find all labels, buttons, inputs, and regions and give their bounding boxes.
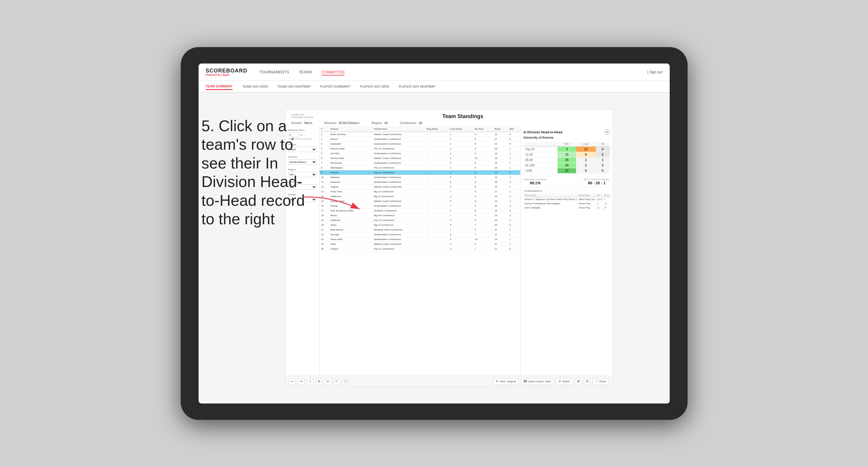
standings-table-area: # School Conference Reg Rank Conf Rank N… xyxy=(320,126,520,376)
arrow-indicator xyxy=(300,194,366,218)
table-row[interactable]: 3VanderbiltSoutheastern Conference-28235 xyxy=(320,142,520,147)
outer-wrapper: SCOREBOARD Powered by clippd TOURNAMENTS… xyxy=(0,0,868,467)
table-row[interactable]: 13Texas TechBig 12 Conference-19272 xyxy=(320,189,520,194)
table-row[interactable]: 5Ole MissSoutheastern Conference-36181 xyxy=(320,151,520,156)
sub-nav: TEAM SUMMARY TEAM H2H GRID TEAM H2H HEAT… xyxy=(198,81,670,93)
toolbar-right: 👁 View: Original 💾 Save Custom View 👁 Wa… xyxy=(493,378,609,385)
tournament-row: Arizona Thunderbirds IntercollegiateStro… xyxy=(524,201,611,206)
col-school: School xyxy=(329,126,372,132)
h2h-panel: In Division Head-to-Head ✕ University of… xyxy=(520,126,613,376)
table-row[interactable]: 19CaliforniaPac-12 Conference-48242 xyxy=(320,218,520,223)
copy-button[interactable]: ⧉ xyxy=(316,378,322,385)
h2h-wlt-stat: W-L-T record in-division: 86 - 26 - 1 xyxy=(584,178,610,185)
watch-button[interactable]: 👁 Watch xyxy=(556,378,572,385)
tournament-row: Cabo CollegiateStroke Play1117 xyxy=(524,206,611,210)
tablet-frame: SCOREBOARD Powered by clippd TOURNAMENTS… xyxy=(181,47,688,420)
save-icon: 💾 xyxy=(524,380,527,383)
h2h-grid-header: Win Loss Tie xyxy=(524,142,610,147)
annotation-text: 5. Click on a team's row to see their In… xyxy=(202,117,315,228)
panel-body: Minimum Rou... 20 Gender xyxy=(285,126,613,376)
filter-row: Gender: Men's Division: NCAA Division I … xyxy=(285,120,613,126)
main-content: 5. Click on a team's row to see their In… xyxy=(198,93,670,403)
table-row[interactable]: 4Arizona StatePac-12 Conference-39261 xyxy=(320,147,520,151)
table-row[interactable]: 20TexasBig 12 Conference-37200 xyxy=(320,223,520,227)
h2h-wlt-value: 86 - 26 - 1 xyxy=(584,181,610,185)
region-value: All xyxy=(384,121,388,125)
col-pos: Pos xyxy=(596,193,603,197)
col-conf-rank: Conf Rank xyxy=(448,126,473,132)
content-panel: Update time: 27/03/2024 16:56:26 Team St… xyxy=(285,110,613,387)
redo-button2[interactable]: ↪ xyxy=(298,378,305,385)
table-row[interactable]: 22GeorgiaSoutheastern Conference-87211 xyxy=(320,232,520,237)
h2h-col-tie: Tie xyxy=(596,142,610,147)
eye-icon: 👁 xyxy=(496,380,498,383)
clock-button[interactable]: 🕐 xyxy=(343,378,349,385)
h2h-col-win: Win xyxy=(558,142,576,147)
paste-button[interactable]: ⧈ xyxy=(325,378,331,385)
h2h-grid-table: Win Loss Tie Top 10313011-25118026-50252… xyxy=(524,142,610,174)
tournament-table: Tournament Event Type Pos Score Jackson … xyxy=(524,193,611,210)
sub-nav-team-h2h-grid[interactable]: TEAM H2H GRID xyxy=(242,84,268,90)
cut-button[interactable]: ✂ xyxy=(334,378,340,385)
col-score: Score xyxy=(603,193,610,197)
h2h-title: In Division Head-to-Head xyxy=(524,130,562,134)
sub-nav-player-h2h-heatmap[interactable]: PLAYER H2H HEATMAP xyxy=(399,84,435,90)
tournament-row: Jackson T. Stephens Cup Men's Match Play… xyxy=(524,197,611,201)
table-row[interactable]: 10AlabamaSoutheastern Conference-58233 xyxy=(320,175,520,180)
undo-button[interactable]: ↩ xyxy=(289,378,296,385)
table-row[interactable]: 24DukeAtlantic Coast Conference-59271 xyxy=(320,242,520,247)
table-row[interactable]: 23Texas A&MSoutheastern Conference-91024… xyxy=(320,237,520,242)
col-event-type: Event Type xyxy=(578,193,596,197)
sign-out-link[interactable]: | Sign out xyxy=(647,70,662,74)
sub-nav-player-summary[interactable]: PLAYER SUMMARY xyxy=(320,84,350,90)
nav-bar: SCOREBOARD Powered by clippd TOURNAMENTS… xyxy=(198,64,670,81)
table-row[interactable]: 1North CarolinaAtlantic Coast Conference… xyxy=(320,132,520,137)
division-value: NCAA Division I xyxy=(338,121,360,125)
forward-button[interactable]: ⟩ xyxy=(307,378,313,385)
h2h-wlt-label: W-L-T record in-division: xyxy=(584,178,610,181)
conference-value: All xyxy=(419,121,422,125)
grid-button[interactable]: ⊟ xyxy=(584,378,590,385)
col-conference: Conference xyxy=(372,126,425,132)
share-button[interactable]: ↗ Share xyxy=(593,378,609,385)
sub-nav-team-summary[interactable]: TEAM SUMMARY xyxy=(206,83,233,90)
region-filter: Region: All xyxy=(372,121,388,125)
h2h-close-button[interactable]: ✕ xyxy=(604,129,610,135)
table-row[interactable]: 25OregonPac-12 Conference-57210 xyxy=(320,247,520,251)
sub-nav-player-h2h-grid[interactable]: PLAYER H2H GRID xyxy=(360,84,389,90)
nav-committee[interactable]: COMMITTEE xyxy=(321,69,345,75)
bottom-toolbar: ↩ ↪ ⟩ ⧉ ⧈ ✂ 🕐 👁 View: Original xyxy=(285,376,613,386)
table-row[interactable]: 9ArizonaPac-12 Conference-38233 xyxy=(320,170,520,175)
layout-button[interactable]: ⊞ xyxy=(575,378,582,385)
sub-nav-team-h2h-heatmap[interactable]: TEAM H2H HEATMAP xyxy=(277,84,310,90)
col-rank: # xyxy=(320,126,329,132)
logo-title: SCOREBOARD xyxy=(206,68,247,74)
view-original-button[interactable]: 👁 View: Original xyxy=(493,378,519,385)
table-row[interactable]: 21New MexicoMountain West Conference-192… xyxy=(320,227,520,232)
h2h-stats: Opponents in division: 99.1% W-L-T recor… xyxy=(524,176,610,187)
h2h-tournaments-title: Tournaments xyxy=(524,190,610,192)
table-row[interactable]: 2AuburnSoutheastern Conference-19276 xyxy=(320,137,520,142)
panel-header: Update time: 27/03/2024 16:56:26 Team St… xyxy=(285,110,613,120)
table-row[interactable]: 11ArkansasSoutheastern Conference-68233 xyxy=(320,180,520,185)
col-win: Win xyxy=(508,126,520,132)
col-rnds: Rnds xyxy=(493,126,508,132)
col-reg-rank: Reg Rank xyxy=(425,126,448,132)
table-row[interactable]: 12VirginiaAtlantic Coast Conference-3824… xyxy=(320,185,520,189)
share-icon: ↗ xyxy=(595,380,598,383)
h2h-grid-row: Top 103130 xyxy=(524,147,610,152)
nav-tournaments[interactable]: TOURNAMENTS xyxy=(259,69,289,75)
save-custom-button[interactable]: 💾 Save Custom View xyxy=(521,378,553,385)
h2h-team-name: University of Arizona xyxy=(524,136,610,139)
col-tournament-name: Tournament xyxy=(524,193,578,197)
table-header-row: # School Conference Reg Rank Conf Rank N… xyxy=(320,126,520,132)
table-row[interactable]: 6Florida StateAtlantic Coast Conference-… xyxy=(320,156,520,161)
nav-teams[interactable]: TEAMS xyxy=(299,69,312,75)
panel-title: Team Standings xyxy=(319,113,607,120)
h2h-grid-row: 11-251180 xyxy=(524,152,610,157)
table-row[interactable]: 7TennesseeSoutheastern Conference-46181 xyxy=(320,161,520,165)
conference-filter: Conference: All xyxy=(400,121,422,125)
table-row[interactable]: 8WashingtonPac-12 Conference-28231 xyxy=(320,165,520,170)
division-label: Division: xyxy=(324,121,337,125)
watch-icon: 👁 xyxy=(558,380,561,383)
